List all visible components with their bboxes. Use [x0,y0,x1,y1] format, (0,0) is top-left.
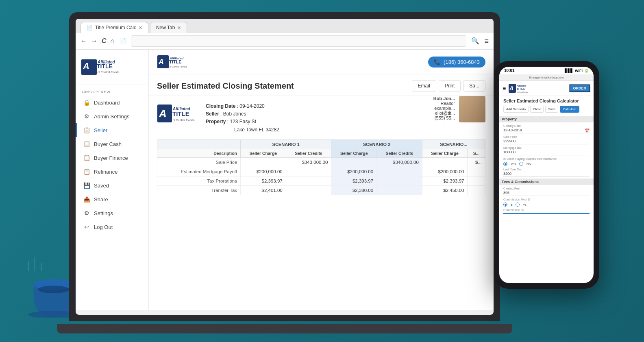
laptop: 📄 Title Premium Calc ✕ New Tab ✕ ← → C [69,12,500,333]
sidebar-item-share[interactable]: 📤 Share [76,192,148,206]
seller-label: Seller [206,111,219,117]
sidebar-item-saved[interactable]: 💾 Saved [76,179,148,192]
statement-title: Seller Estimated Closing Statement [157,81,294,91]
svg-point-2 [38,286,70,293]
phone-calendar-icon[interactable]: 📅 [585,129,590,133]
phone-screen: 10:01 ▋▋▋ WiFi 🔋 titleagentmarketing.com… [499,67,594,283]
phone-action-buttons: Add Scenario Clear Save Calculate [503,106,590,113]
phone-wifi-icon: WiFi [575,69,583,73]
sidebar-item-buyer-finance[interactable]: 📋 Buyer Finance [76,151,148,165]
company-logo: A Affiliated TITLE of Central Florida [157,102,198,125]
phone-radio-percent[interactable] [516,203,520,207]
tax-prorations-s3-charge: $2,393.97 [422,176,468,185]
phone-radio-no[interactable] [519,162,523,166]
action-buttons: Email Print Sa... [412,80,485,91]
phone-last-year-tax-value[interactable]: 3200 [503,172,590,177]
svg-text:TITLE: TITLE [172,110,189,117]
svg-text:TITLE: TITLE [516,87,526,91]
phone-sale-price-value[interactable]: 229900 [503,139,590,144]
phone-sale-price-label: Sale Price [503,135,590,139]
closing-date-row: Closing Date : 09-14-2020 [206,102,279,110]
phone-closing-fee-value[interactable]: 395 [503,191,590,196]
home-icon[interactable]: ⌂ [111,37,115,45]
transfer-tax-desc: Transfer Tax [157,185,241,195]
seller-row: Seller : Bob Jones [206,110,279,118]
print-button[interactable]: Print [439,80,461,91]
sale-price-desc: Sale Price [157,157,241,167]
tax-prorations-desc: Tax Prorations [157,176,241,185]
phone-mockup: 10:01 ▋▋▋ WiFi 🔋 titleagentmarketing.com… [494,61,599,289]
sidebar-item-admin-settings[interactable]: ⚙ Admin Settings [76,109,148,123]
save-button[interactable]: Sa... [463,80,485,91]
refinance-icon: 📋 [83,168,90,175]
laptop-base [57,324,512,333]
phone-badge: 📞 (186) 360-6843 [428,57,485,68]
mortgage-payoff-s2-charge: $200,000.00 [331,167,377,176]
phone-hamburger-icon[interactable]: ≡ [503,85,506,91]
property-label: Property [206,119,226,124]
sidebar-item-refinance[interactable]: 📋 Refinance [76,165,148,179]
phone-clear-button[interactable]: Clear [530,106,544,113]
phone-radio-dollar[interactable] [503,203,507,207]
sidebar-item-settings[interactable]: ⚙ Settings [76,206,148,220]
tab-title-premium-close[interactable]: ✕ [139,25,142,30]
phone-closing-date-field: Closing Date 12-18-2019 📅 [503,124,590,133]
phone-closing-date-label: Closing Date [503,124,590,128]
phone-status-icons: ▋▋▋ WiFi 🔋 [565,69,589,73]
sidebar-logo-area: A Affiliated TITLE of Central Florida [76,50,148,85]
mortgage-payoff-s2-credits [377,167,422,176]
transfer-tax-s3-charge: $2,450.00 [422,185,468,195]
settings-icon: ⚙ [83,210,90,216]
url-input[interactable] [131,35,466,47]
phone-order-button[interactable]: ORDER [569,84,590,92]
sale-price-s3-charge [422,157,468,167]
sidebar-item-buyer-cash[interactable]: 📋 Buyer Cash [76,137,148,151]
s1-charge-col-header: Seller Charge [241,149,286,157]
dashboard-icon: 🔒 [83,99,90,106]
table-row-sale-price: Sale Price $343,000.00 $340,000.00 $... [157,157,485,167]
phone-commission-pct-label: Commission % [503,208,590,212]
phone-radio-yes[interactable] [503,162,507,166]
phone-mortgage-bal-value[interactable]: 100000 [503,150,590,155]
svg-text:A: A [158,58,164,66]
search-icon[interactable]: 🔍 [471,37,479,46]
phone-commission-pct-value[interactable] [503,212,590,214]
tab-new-label: New Tab [156,25,175,30]
table-row-mortgage-payoff: Estimated Mortgage Payoff $200,000.00 $2… [157,167,485,176]
phone-sale-price-field: Sale Price 229900 [503,135,590,144]
phone-logo: A Affiliated TITLE of Central Florida [508,83,533,94]
share-icon: 📤 [83,196,90,203]
svg-text:TITLE: TITLE [97,63,113,70]
phone-save-button[interactable]: Save [545,106,558,113]
tax-prorations-s3 [468,176,485,185]
create-new-label: CREATE NEW [76,85,148,96]
realtor-phone: (555) 55... [433,115,455,120]
refresh-icon[interactable]: C [102,37,107,45]
closing-info: A Affiliated TITLE of Central Florida Cl… [157,102,485,134]
tab-new-close[interactable]: ✕ [177,25,181,30]
forward-icon[interactable]: → [91,37,98,45]
tab-new[interactable]: New Tab ✕ [150,22,187,33]
svg-text:A: A [83,61,89,71]
phone-radio-yes-label: Yes [511,162,516,166]
back-icon[interactable]: ← [80,37,87,45]
sidebar-item-dashboard[interactable]: 🔒 Dashboard [76,96,148,109]
sale-price-s1-charge [241,157,286,167]
phone-add-scenario-button[interactable]: Add Scenario [503,106,529,113]
closing-date-value-text: 09-14-2020 [239,103,264,109]
email-button[interactable]: Email [412,80,436,91]
address-bar: ← → C ⌂ 📄 🔍 ≡ [76,33,494,50]
menu-icon[interactable]: ≡ [484,37,489,46]
tab-title-premium[interactable]: 📄 Title Premium Calc ✕ [80,22,148,33]
sidebar-item-seller[interactable]: 📋 Seller [76,123,148,137]
sidebar-item-logout[interactable]: ↩ Log Out [76,220,148,234]
phone-commission-type-row: $ % [503,203,590,207]
phone-calculate-button[interactable]: Calculate [560,106,579,113]
tab-page-icon: 📄 [87,25,93,30]
sidebar: A Affiliated TITLE of Central Florida CR… [76,50,149,310]
phone-content: Seller Estimated Closing Calculator Add … [499,96,594,218]
realtor-title: Realtor [433,101,455,106]
sidebar-item-refinance-label: Refinance [94,169,118,175]
closing-date-label: Closing Date [206,103,235,109]
phone-seller-title-insurance-label: Is Seller Paying Owners Title Insurance [503,157,590,161]
